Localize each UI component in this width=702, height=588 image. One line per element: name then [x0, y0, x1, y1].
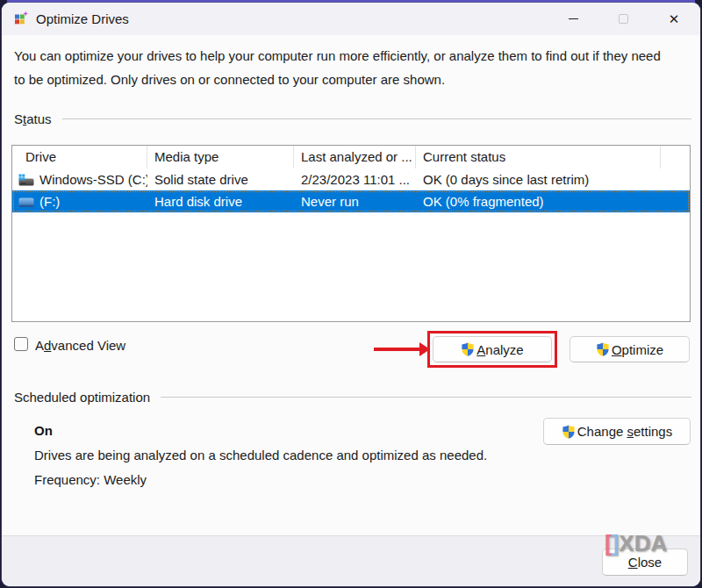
minimize-icon	[569, 18, 578, 19]
dialog-description: You can optimize your drives to help you…	[14, 44, 670, 91]
last-analyzed-cell: 2/23/2023 11:01 ...	[294, 169, 416, 190]
drive-cell: Windows-SSD (C:)	[12, 169, 147, 190]
last-analyzed-cell: Never run	[294, 190, 416, 212]
drive-list: Drive Media type Last analyzed or ... Cu…	[11, 145, 691, 322]
close-button-label: Close	[628, 555, 662, 570]
scheduled-frequency: Frequency: Weekly	[34, 472, 147, 487]
window-title: Optimize Drives	[36, 3, 129, 35]
system-drive-icon	[18, 174, 34, 186]
change-settings-button[interactable]: Change settings	[543, 418, 691, 445]
column-header-filler	[661, 146, 690, 169]
titlebar: Optimize Drives ✕	[2, 3, 700, 35]
drive-name: Windows-SSD (C:)	[39, 172, 147, 187]
uac-shield-icon	[596, 342, 610, 356]
table-row-f-drive-selected[interactable]: (F:) Hard disk drive Never run OK (0% fr…	[12, 190, 690, 212]
media-type-cell: Solid state drive	[147, 169, 294, 190]
current-status-cell: OK (0% fragmented)	[416, 190, 661, 212]
column-header-current-status[interactable]: Current status	[416, 146, 661, 169]
table-row-windows-ssd[interactable]: Windows-SSD (C:) Solid state drive 2/23/…	[12, 169, 690, 190]
advanced-view-checkbox[interactable]	[14, 337, 28, 351]
analyze-button[interactable]: Analyze	[433, 336, 552, 362]
minimize-button[interactable]	[553, 3, 593, 35]
uac-shield-icon	[562, 425, 576, 439]
advanced-view-label[interactable]: Advanced View	[35, 338, 125, 353]
status-group-label: Status	[14, 111, 52, 126]
status-group-rule	[62, 118, 691, 119]
hard-disk-drive-icon	[18, 196, 34, 208]
dialog-footer	[2, 535, 700, 586]
annotation-arrow-line	[374, 348, 421, 351]
scheduled-group-header: Scheduled optimization	[14, 390, 691, 405]
column-header-drive[interactable]: Drive	[12, 146, 147, 169]
change-settings-button-label: Change settings	[577, 424, 672, 439]
maximize-icon	[619, 14, 628, 24]
drive-cell: (F:)	[12, 190, 147, 212]
status-group-header: Status	[14, 111, 691, 126]
annotation-arrow-head	[419, 342, 430, 356]
close-button[interactable]: Close	[602, 549, 688, 576]
drive-name: (F:)	[39, 194, 60, 209]
scheduled-description: Drives are being analyzed on a scheduled…	[34, 448, 487, 463]
scheduled-group-label: Scheduled optimization	[14, 390, 150, 405]
close-icon: ✕	[669, 12, 680, 25]
close-window-button[interactable]: ✕	[654, 3, 694, 35]
scheduled-state: On	[34, 423, 53, 438]
optimize-button-label: Optimize	[612, 342, 663, 357]
optimize-button[interactable]: Optimize	[569, 336, 690, 362]
defrag-app-icon	[13, 11, 29, 26]
scheduled-group-rule	[161, 397, 691, 398]
optimize-drives-window: Optimize Drives ✕ You can optimize your …	[2, 3, 700, 586]
analyze-button-label: Analyze	[476, 342, 523, 357]
current-status-cell: OK (0 days since last retrim)	[416, 169, 661, 190]
column-header-media-type[interactable]: Media type	[147, 146, 294, 169]
drive-list-header: Drive Media type Last analyzed or ... Cu…	[12, 146, 690, 169]
media-type-cell: Hard disk drive	[147, 190, 294, 212]
uac-shield-icon	[461, 342, 475, 356]
maximize-button[interactable]	[603, 3, 643, 35]
column-header-last-analyzed[interactable]: Last analyzed or ...	[294, 146, 416, 169]
